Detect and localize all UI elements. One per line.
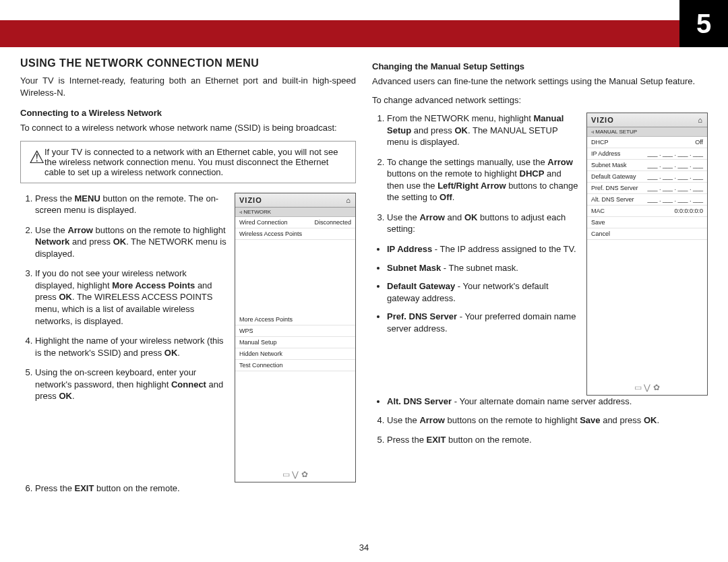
list-item: Alt. DNS Server - Your alternate domain … xyxy=(387,396,708,408)
cell: Test Connection xyxy=(239,362,283,369)
vizio-header: VIZIO ⌂ xyxy=(587,113,707,127)
list-item: Use the Arrow and OK buttons to adjust e… xyxy=(387,212,580,235)
vizio-manual-setup-menu: VIZIO ⌂ ◃ MANUAL SETUP DHCPOffIP Address… xyxy=(586,113,708,396)
vizio-row: WPS xyxy=(235,325,355,337)
page-content: USING THE NETWORK CONNECTION MENU Your T… xyxy=(20,57,708,502)
callout-text: If your TV is connected to a network wit… xyxy=(44,147,347,177)
right-column: Changing the Manual Setup Settings Advan… xyxy=(372,57,708,502)
warning-icon: ⚠ xyxy=(29,147,44,177)
list-item: Press the MENU button on the remote. The… xyxy=(35,193,228,216)
list-item: Using the on-screen keyboard, enter your… xyxy=(35,367,228,402)
intro-text: Your TV is Internet-ready, featuring bot… xyxy=(20,75,356,98)
manual-steps: From the NETWORK menu, highlight Manual … xyxy=(387,113,580,235)
vizio-row: Save xyxy=(587,217,707,228)
warning-callout: ⚠ If your TV is connected to a network w… xyxy=(20,141,356,183)
cell: WPS xyxy=(239,327,253,334)
vizio-row: Wired Connection Disconnected xyxy=(235,217,355,228)
list-item: Subnet Mask - The subnet mask. xyxy=(387,262,580,274)
connect-steps: Press the MENU button on the remote. The… xyxy=(35,193,228,482)
vizio-brand: VIZIO xyxy=(591,116,614,124)
vizio-row: Default Gateway___ . ___ . ___ . ___ xyxy=(587,171,707,183)
sub1-intro: To connect to a wireless network whose n… xyxy=(20,122,356,134)
vizio-row: More Access Points xyxy=(235,314,355,325)
list-item: From the NETWORK menu, highlight Manual … xyxy=(387,113,580,148)
vizio-row: Hidden Network xyxy=(235,348,355,360)
sub2-intro2: To change advanced network settings: xyxy=(372,94,708,106)
vizio-row: Subnet Mask___ . ___ . ___ . ___ xyxy=(587,160,707,171)
cell: Disconnected xyxy=(314,219,351,226)
vizio-breadcrumb: ◃ NETWORK xyxy=(235,208,355,217)
subheading-connecting: Connecting to a Wireless Network xyxy=(20,108,356,118)
vizio-row: Test Connection xyxy=(235,360,355,371)
cell: Wired Connection xyxy=(239,219,288,226)
home-icon: ⌂ xyxy=(698,116,703,124)
manual-steps-cont: Use the Arrow buttons on the remote to h… xyxy=(387,414,708,446)
subheading-manual-setup: Changing the Manual Setup Settings xyxy=(372,61,708,71)
list-item: Default Gateway - Your network's default… xyxy=(387,280,580,304)
connect-steps-cont: Press the EXIT button on the remote. xyxy=(35,482,356,495)
vizio-row: Cancel xyxy=(587,228,707,240)
list-item: If you do not see your wireless network … xyxy=(35,268,228,327)
header-red-bar xyxy=(0,20,728,47)
list-item: Press the EXIT button on the remote. xyxy=(35,482,356,495)
vizio-row: MAC0:0:0:0:0:0 xyxy=(587,206,707,217)
vizio-brand: VIZIO xyxy=(239,196,262,204)
vizio-row: Wireless Access Points xyxy=(235,228,355,240)
list-item: Highlight the name of your wireless netw… xyxy=(35,335,228,358)
list-item: IP Address - The IP address assigned to … xyxy=(387,243,580,255)
vizio-footer-icons: ▭ ⋁ ✿ xyxy=(587,383,707,392)
home-icon: ⌂ xyxy=(346,196,351,204)
vizio-row: Alt. DNS Server___ . ___ . ___ . ___ xyxy=(587,194,707,206)
vizio-network-menu: VIZIO ⌂ ◃ NETWORK Wired Connection Disco… xyxy=(235,193,356,482)
list-item: Use the Arrow buttons on the remote to h… xyxy=(387,414,708,427)
vizio-breadcrumb: ◃ MANUAL SETUP xyxy=(587,127,707,137)
sub2-intro1: Advanced users can fine-tune the network… xyxy=(372,75,708,88)
list-item: To change the settings manually, use the… xyxy=(387,156,580,204)
cell: Wireless Access Points xyxy=(239,230,302,237)
list-item: Pref. DNS Server - Your preferred domain… xyxy=(387,311,580,334)
vizio-row: IP Address___ . ___ . ___ . ___ xyxy=(587,148,707,160)
vizio-row: DHCPOff xyxy=(587,137,707,148)
vizio-row: Manual Setup xyxy=(235,337,355,348)
list-item: Press the EXIT button on the remote. xyxy=(387,434,708,446)
vizio-header: VIZIO ⌂ xyxy=(235,193,355,208)
settings-bullets-cont: Alt. DNS Server - Your alternate domain … xyxy=(387,396,708,408)
vizio-footer-icons: ▭ ⋁ ✿ xyxy=(235,470,355,479)
section-title: USING THE NETWORK CONNECTION MENU xyxy=(20,57,356,69)
cell: More Access Points xyxy=(239,316,293,323)
list-item: Use the Arrow buttons on the remote to h… xyxy=(35,224,228,260)
cell: Hidden Network xyxy=(239,350,282,357)
cell: Manual Setup xyxy=(239,339,277,346)
settings-bullets: IP Address - The IP address assigned to … xyxy=(387,243,580,334)
page-footer-number: 34 xyxy=(359,542,369,553)
page-number-badge: 5 xyxy=(679,0,728,47)
vizio-row: Pref. DNS Server___ . ___ . ___ . ___ xyxy=(587,183,707,194)
left-column: USING THE NETWORK CONNECTION MENU Your T… xyxy=(20,57,356,502)
